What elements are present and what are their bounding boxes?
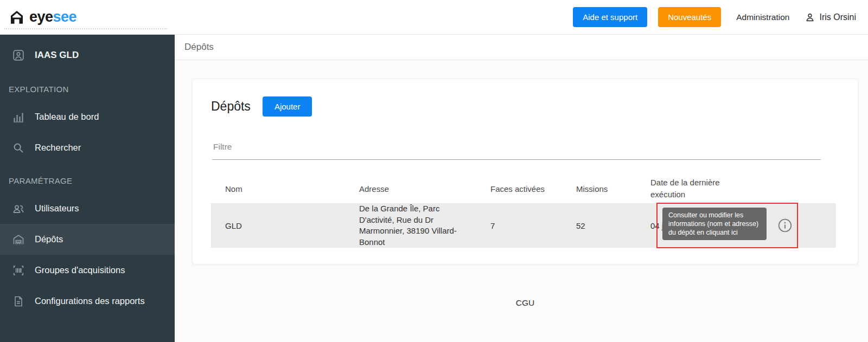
sidebar-section-parametrage: PARAMÉTRAGE [0,163,175,193]
fine-print-line [4,28,167,29]
sidebar: IAAS GLD EXPLOITATION Tableau de bord Re… [0,35,175,342]
column-header-faces-activees: Faces activées [476,184,562,193]
document-icon [12,295,25,308]
user-menu[interactable]: Iris Orsini [805,12,856,23]
column-header-nom: Nom [211,184,345,193]
main-area: Dépôts Dépôts Ajouter Nom Adresse [175,35,868,342]
search-icon [12,141,25,154]
person-icon [805,12,815,23]
add-button[interactable]: Ajouter [263,96,312,117]
news-button[interactable]: Nouveautés [658,7,721,27]
sidebar-item-label: Groupes d'acquisitions [35,265,125,275]
sidebar-item-label: Rechercher [35,143,81,153]
breadcrumb: Dépôts [175,35,868,60]
user-name: Iris Orsini [819,12,856,22]
cell-adresse: De la Grande Île, Parc D'activité, Rue d… [345,203,467,248]
info-icon[interactable] [778,218,792,233]
column-header-missions: Missions [562,184,636,193]
sidebar-item-iaas-gld[interactable]: IAAS GLD [0,39,175,72]
sidebar-item-depots[interactable]: Dépôts [0,224,175,255]
sidebar-item-label: IAAS GLD [35,50,79,61]
logo[interactable]: eyesee [9,9,76,25]
cell-faces-activees: 7 [476,221,562,230]
page-title: Dépôts [211,99,251,114]
logo-text: eyesee [29,9,76,25]
help-support-button[interactable]: Aide et support [573,7,647,27]
barcode-icon [12,264,25,277]
cgu-link[interactable]: CGU [516,298,534,307]
breadcrumb-label: Dépôts [184,42,214,53]
filter-input[interactable] [212,140,821,160]
warehouse-icon [12,233,25,246]
cell-nom: GLD [211,221,345,230]
cell-missions: 52 [562,221,636,230]
content: Dépôts Ajouter Nom Adresse Faces activée… [175,60,868,308]
page-footer: CGU [192,298,858,308]
column-header-date-derniere-execution: Date de la dernière exécution [636,177,723,201]
column-header-adresse: Adresse [345,184,476,193]
card-header: Dépôts Ajouter [211,95,836,117]
users-icon [12,202,25,215]
sidebar-item-label: Utilisateurs [35,203,79,214]
sidebar-item-label: Dépôts [35,234,63,244]
account-box-icon [12,49,25,62]
header-actions: Aide et support Nouveautés Administratio… [573,7,859,27]
administration-link[interactable]: Administration [736,12,789,22]
sidebar-item-rechercher[interactable]: Rechercher [0,132,175,163]
filter-field [211,140,836,160]
logo-house-icon [9,9,25,25]
top-header: eyesee Aide et support Nouveautés Admini… [0,0,868,35]
sidebar-section-exploitation: EXPLOITATION [0,72,175,101]
sidebar-item-label: Configurations des rapports [35,296,145,306]
sidebar-item-utilisateurs[interactable]: Utilisateurs [0,193,175,224]
table-row[interactable]: GLD De la Grande Île, Parc D'activité, R… [211,203,836,248]
sidebar-item-label: Tableau de bord [35,112,99,122]
sidebar-item-configurations-rapports[interactable]: Configurations des rapports [0,286,175,317]
sidebar-item-tableau-de-bord[interactable]: Tableau de bord [0,101,175,132]
table-header-row: Nom Adresse Faces activées Missions Date… [211,174,836,203]
depots-table: Nom Adresse Faces activées Missions Date… [211,174,836,248]
tooltip: Consulter ou modifier les informations (… [662,208,767,240]
app-root: eyesee Aide et support Nouveautés Admini… [0,0,868,342]
sidebar-item-groupes-acquisitions[interactable]: Groupes d'acquisitions [0,255,175,286]
bar-chart-icon [12,111,25,124]
depots-card: Dépôts Ajouter Nom Adresse Faces activée… [192,79,858,264]
logo-see: see [53,9,77,25]
logo-eye: eye [29,9,53,25]
